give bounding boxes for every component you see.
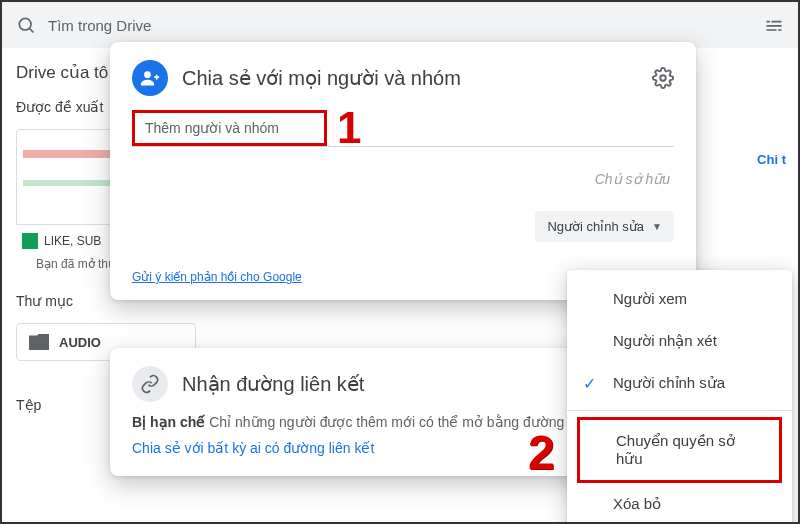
role-dropdown[interactable]: Người chỉnh sửa ▼ bbox=[535, 211, 674, 242]
svg-point-2 bbox=[144, 71, 151, 78]
settings-button[interactable] bbox=[652, 67, 674, 89]
share-dialog: Chia sẻ với mọi người và nhóm Thêm người… bbox=[110, 42, 696, 300]
role-menu: Người xem Người nhận xét Người chỉnh sửa… bbox=[567, 270, 792, 524]
role-option-viewer[interactable]: Người xem bbox=[567, 278, 792, 320]
annotation-1: 1 bbox=[337, 110, 361, 146]
link-icon bbox=[132, 366, 168, 402]
people-icon bbox=[132, 60, 168, 96]
add-people-input[interactable]: Thêm người và nhóm bbox=[132, 110, 327, 146]
role-option-transfer-ownership[interactable]: Chuyển quyền sở hữu bbox=[577, 417, 782, 483]
role-option-editor[interactable]: Người chỉnh sửa bbox=[567, 362, 792, 404]
owner-label: Chủ sở hữu bbox=[132, 171, 674, 187]
share-title: Chia sẻ với mọi người và nhóm bbox=[182, 66, 638, 90]
chevron-down-icon: ▼ bbox=[652, 221, 662, 232]
menu-separator bbox=[567, 410, 792, 411]
role-option-remove[interactable]: Xóa bỏ bbox=[567, 483, 792, 524]
role-dropdown-label: Người chỉnh sửa bbox=[547, 219, 644, 234]
role-option-commenter[interactable]: Người nhận xét bbox=[567, 320, 792, 362]
annotation-2: 2 bbox=[528, 425, 555, 480]
svg-point-3 bbox=[660, 75, 666, 81]
get-link-title: Nhận đường liên kết bbox=[182, 372, 364, 396]
